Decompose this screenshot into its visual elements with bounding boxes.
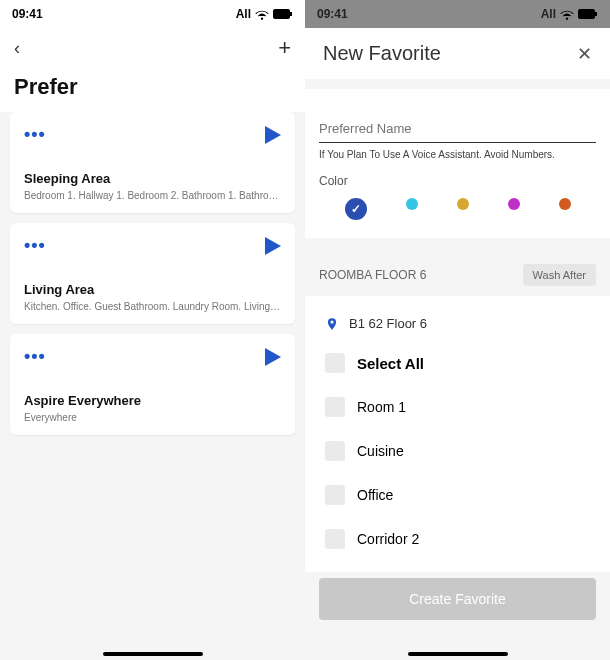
page-title: Prefer	[0, 68, 305, 112]
more-icon[interactable]: •••	[24, 124, 46, 145]
wifi-icon	[560, 7, 574, 21]
room-list: B1 62 Floor 6 Select All Room 1 Cuisine …	[305, 296, 610, 572]
room-row[interactable]: Cuisine	[319, 429, 596, 473]
modal-title: New Favorite	[323, 42, 441, 65]
color-swatch[interactable]	[406, 198, 418, 210]
status-time: 09:41	[12, 7, 43, 21]
section-label: ROOMBA FLOOR 6	[319, 268, 426, 282]
checkbox[interactable]	[325, 529, 345, 549]
name-input[interactable]	[319, 115, 596, 143]
color-swatch[interactable]	[457, 198, 469, 210]
room-label: Corridor 2	[357, 531, 419, 547]
svg-rect-3	[595, 12, 597, 16]
status-bar: 09:41 All	[305, 0, 610, 28]
status-carrier: All	[541, 7, 556, 21]
battery-icon	[578, 8, 598, 20]
create-favorite-button[interactable]: Create Favorite	[319, 578, 596, 620]
checkbox[interactable]	[325, 485, 345, 505]
card-title: Sleeping Area	[24, 171, 281, 186]
home-indicator[interactable]	[103, 652, 203, 656]
card-subtitle: Bedroom 1. Hallway 1. Bedroom 2. Bathroo…	[24, 190, 281, 201]
room-row[interactable]: Office	[319, 473, 596, 517]
card-title: Living Area	[24, 282, 281, 297]
select-all-label: Select All	[357, 355, 424, 372]
status-indicators: All	[236, 7, 293, 21]
back-button[interactable]: ‹	[14, 38, 20, 59]
location-row: B1 62 Floor 6	[319, 306, 596, 341]
svg-rect-2	[578, 9, 595, 19]
select-all-row[interactable]: Select All	[319, 341, 596, 385]
card-subtitle: Everywhere	[24, 412, 281, 423]
favorite-card[interactable]: ••• Living Area Kitchen. Office. Guest B…	[10, 223, 295, 324]
color-swatch[interactable]	[559, 198, 571, 210]
nav-bar: ‹ +	[0, 28, 305, 68]
color-swatch[interactable]	[345, 198, 367, 220]
svg-rect-0	[273, 9, 290, 19]
checkbox[interactable]	[325, 397, 345, 417]
room-row[interactable]: Corridor 2	[319, 517, 596, 561]
home-indicator[interactable]	[408, 652, 508, 656]
checkbox[interactable]	[325, 353, 345, 373]
play-icon[interactable]	[265, 348, 281, 366]
room-label: Room 1	[357, 399, 406, 415]
status-carrier: All	[236, 7, 251, 21]
room-label: Cuisine	[357, 443, 404, 459]
location-icon	[325, 317, 339, 331]
prefer-screen: 09:41 All ‹ + Prefer ••• Sleeping Area B…	[0, 0, 305, 660]
close-icon[interactable]: ✕	[577, 43, 592, 65]
room-label: Office	[357, 487, 393, 503]
card-title: Aspire Everywhere	[24, 393, 281, 408]
new-favorite-modal: 09:41 All New Favorite ✕ If You Plan To …	[305, 0, 610, 660]
more-icon[interactable]: •••	[24, 346, 46, 367]
play-icon[interactable]	[265, 237, 281, 255]
favorites-list: ••• Sleeping Area Bedroom 1. Hallway 1. …	[0, 112, 305, 660]
favorite-card[interactable]: ••• Aspire Everywhere Everywhere	[10, 334, 295, 435]
wifi-icon	[255, 7, 269, 21]
add-button[interactable]: +	[278, 35, 291, 61]
modal-header: New Favorite ✕	[305, 28, 610, 79]
location-name: B1 62 Floor 6	[349, 316, 427, 331]
status-time: 09:41	[317, 7, 348, 21]
section-header: ROOMBA FLOOR 6 Wash After	[305, 238, 610, 296]
wash-after-toggle[interactable]: Wash After	[523, 264, 596, 286]
color-picker	[319, 198, 596, 220]
more-icon[interactable]: •••	[24, 235, 46, 256]
status-indicators: All	[541, 7, 598, 21]
checkbox[interactable]	[325, 441, 345, 461]
status-bar: 09:41 All	[0, 0, 305, 28]
hint-text: If You Plan To Use A Voice Assistant. Av…	[319, 149, 596, 160]
play-icon[interactable]	[265, 126, 281, 144]
room-row[interactable]: Room 1	[319, 385, 596, 429]
favorite-card[interactable]: ••• Sleeping Area Bedroom 1. Hallway 1. …	[10, 112, 295, 213]
svg-rect-1	[290, 12, 292, 16]
card-subtitle: Kitchen. Office. Guest Bathroom. Laundry…	[24, 301, 281, 312]
color-label: Color	[319, 174, 596, 188]
battery-icon	[273, 8, 293, 20]
color-swatch[interactable]	[508, 198, 520, 210]
form-section: If You Plan To Use A Voice Assistant. Av…	[305, 89, 610, 238]
